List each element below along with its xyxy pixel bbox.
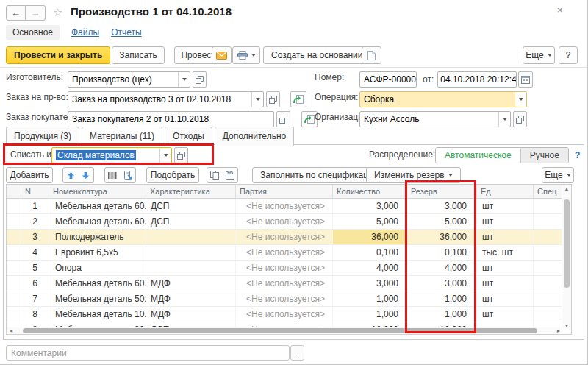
document-tab[interactable]: Материалы (11) (82, 127, 162, 146)
help-button[interactable]: ? (559, 46, 578, 64)
move-up-button[interactable] (62, 167, 79, 183)
section-files[interactable]: Файлы (71, 27, 99, 38)
cell-unit[interactable]: шт (477, 276, 534, 291)
cell-nomenclature[interactable]: Мебельная деталь 50... (49, 291, 146, 306)
cell-specification[interactable] (534, 261, 557, 275)
vertical-scroll-thumb[interactable] (564, 199, 570, 288)
header-characteristic[interactable]: Характеристика (146, 185, 236, 198)
cell-batch[interactable]: <Не используется> (236, 276, 333, 291)
cell-unit[interactable]: шт (477, 230, 534, 244)
cell-batch[interactable]: <Не используется> (236, 214, 333, 229)
header-specification[interactable]: Специфи (534, 185, 557, 198)
chevron-down-icon[interactable] (498, 112, 510, 127)
cell-n[interactable]: 1 (21, 199, 49, 213)
header-batch[interactable]: Партия (236, 185, 333, 198)
cell-unit[interactable]: шт (477, 261, 534, 275)
data-terminal-button[interactable] (120, 167, 136, 183)
cell-unit[interactable]: шт (477, 291, 534, 306)
mail-button[interactable] (212, 46, 232, 64)
cell-specification[interactable] (534, 291, 557, 306)
section-main[interactable]: Основное (6, 25, 60, 40)
table-row[interactable]: 7 Мебельная деталь 50... МДФ <Не использ… (7, 291, 571, 307)
calendar-button[interactable] (518, 71, 533, 88)
cell-quantity[interactable]: 1,000 (333, 291, 407, 306)
distribution-help-button[interactable]: ? (575, 150, 580, 160)
document-tab[interactable]: Продукция (3) (6, 127, 79, 146)
cell-nomenclature[interactable]: Опора (49, 261, 146, 275)
cell-nomenclature[interactable]: Евровинт 6,5х5 (49, 245, 146, 260)
cell-unit[interactable]: шт (477, 214, 534, 229)
document-button[interactable] (362, 46, 381, 64)
number-field[interactable]: АСФР-000001 (359, 71, 417, 88)
cell-specification[interactable] (534, 307, 557, 322)
cell-batch[interactable]: <Не используется> (236, 199, 333, 213)
distribution-manual-button[interactable]: Ручное (520, 148, 568, 163)
print-button[interactable] (232, 46, 260, 64)
chevron-down-icon[interactable] (159, 148, 171, 163)
header-unit[interactable]: Ед. (477, 185, 534, 198)
cell-nomenclature[interactable]: Мебельная деталь 60... (49, 214, 146, 229)
move-down-button[interactable] (78, 167, 94, 183)
header-reserve[interactable]: Резерв (407, 185, 477, 198)
cell-specification[interactable] (534, 230, 557, 244)
favorite-star-icon[interactable]: ☆ (53, 6, 62, 19)
cell-quantity[interactable]: 36,000 (333, 230, 407, 244)
header-nomenclature[interactable]: Номенклатура (49, 185, 146, 198)
cell-reserve[interactable]: 3,000 (407, 276, 477, 291)
cell-n[interactable]: 4 (21, 245, 49, 260)
cell-n[interactable]: 6 (21, 276, 49, 291)
cell-batch[interactable]: <Не используется> (236, 245, 333, 260)
cell-reserve[interactable]: 3,000 (407, 199, 477, 213)
cell-specification[interactable] (534, 245, 557, 260)
forward-arrow-icon[interactable]: → (26, 5, 46, 21)
cell-unit[interactable]: тыс. шт (477, 245, 534, 260)
document-tab[interactable]: Дополнительно (215, 127, 294, 146)
open-link-button[interactable] (276, 111, 290, 127)
writeoff-warehouse-field[interactable]: Склад материалов (51, 147, 172, 163)
cell-reserve[interactable]: 1,000 (407, 291, 477, 306)
scroll-down-icon[interactable]: ▼ (562, 322, 571, 329)
table-row[interactable]: 5 Опора <Не используется> 4,000 4,000 шт (7, 261, 571, 276)
cell-characteristic[interactable]: ДСП (146, 199, 236, 213)
add-row-button[interactable]: Добавить (6, 167, 53, 183)
open-link-button[interactable] (193, 71, 207, 88)
cell-characteristic[interactable]: МДФ (146, 291, 236, 306)
cell-unit[interactable]: шт (477, 307, 534, 322)
table-row[interactable]: 4 Евровинт 6,5х5 <Не используется> 0,100… (7, 245, 571, 261)
cell-quantity[interactable]: 3,000 (333, 199, 407, 213)
chevron-down-icon[interactable] (514, 92, 526, 107)
back-arrow-icon[interactable]: ← (6, 5, 26, 21)
cell-reserve[interactable]: 4,000 (407, 261, 477, 275)
cell-n[interactable]: 5 (21, 261, 49, 275)
more-button[interactable]: Еще (523, 46, 555, 64)
cell-characteristic[interactable]: МДФ (146, 276, 236, 291)
save-button[interactable]: Записать (112, 46, 165, 64)
cell-unit[interactable]: шт (477, 199, 534, 213)
header-n[interactable]: N (21, 185, 49, 198)
header-quantity[interactable]: Количество (333, 185, 407, 198)
cell-nomenclature[interactable]: Полкодержатель (49, 230, 146, 244)
cell-batch[interactable]: <Не используется> (236, 261, 333, 275)
cell-quantity[interactable]: 3,000 (333, 276, 407, 291)
scroll-up-icon[interactable]: ▲ (562, 185, 571, 192)
open-link-button[interactable] (174, 147, 188, 163)
comment-input[interactable]: Комментарий (6, 345, 290, 361)
post-and-close-button[interactable]: Провести и закрыть (6, 46, 110, 64)
cell-nomenclature[interactable]: Мебельная деталь 60... (49, 199, 146, 213)
table-row[interactable]: 8 Мебельная деталь 10... МДФ <Не использ… (7, 307, 571, 322)
table-row[interactable]: 6 Мебельная деталь 60... МДФ <Не использ… (7, 276, 571, 291)
chevron-down-icon[interactable] (251, 92, 263, 107)
cell-nomenclature[interactable]: Мебельная деталь 10... (49, 307, 146, 322)
table-row[interactable]: 2 Мебельная деталь 60... ДСП <Не использ… (7, 214, 571, 230)
scroll-right-icon[interactable]: ► (554, 328, 563, 333)
cell-specification[interactable] (534, 214, 557, 229)
cell-nomenclature[interactable]: Мебельная деталь 60... (49, 276, 146, 291)
table-row[interactable]: 3 Полкодержатель <Не используется> 36,00… (7, 230, 571, 245)
vertical-scrollbar[interactable]: ▲ ▼ (562, 185, 571, 329)
chevron-down-icon[interactable] (178, 72, 190, 87)
cell-characteristic[interactable]: ДСП (146, 214, 236, 229)
ellipsis-button[interactable]: ... (290, 345, 304, 361)
org-field[interactable]: Кухни Ассоль (359, 111, 511, 127)
cell-specification[interactable] (534, 276, 557, 291)
cell-n[interactable]: 2 (21, 214, 49, 229)
